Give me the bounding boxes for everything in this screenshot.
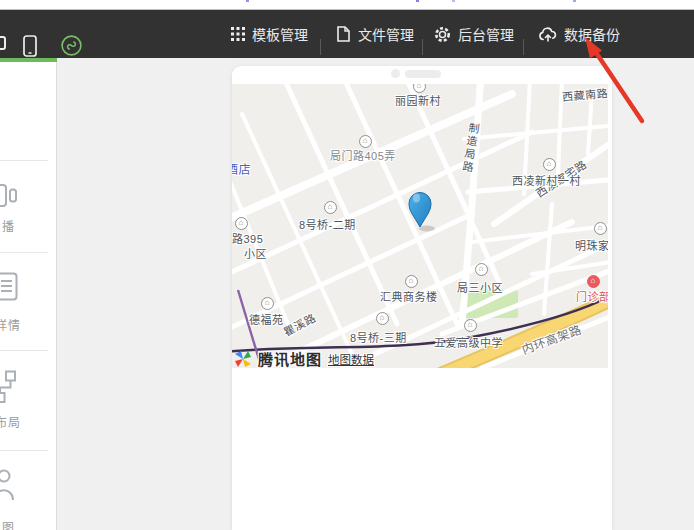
gear-icon (433, 25, 452, 44)
map-label: 丽园新村 (395, 92, 441, 108)
map-label: 门诊部 (576, 288, 608, 304)
map-label: 8号桥-二期 (299, 216, 356, 232)
camera-dot (391, 69, 400, 78)
house-poi-icon: ⌂ (413, 84, 426, 93)
building-poi-icon: ⌂ (405, 275, 418, 288)
grid-icon (231, 27, 246, 42)
toolbar-separator (320, 39, 321, 55)
map-label: 路395 (232, 230, 263, 246)
file-icon (334, 25, 352, 43)
house-poi-icon: ⌂ (324, 201, 337, 214)
layout-icon (0, 370, 18, 408)
menu-label: 数据备份 (564, 24, 620, 44)
menu-data-backup[interactable]: 数据备份 (538, 10, 620, 58)
detail-icon (0, 272, 19, 305)
map-canvas[interactable]: 丽园新村 西藏南路 制造局路 西凌家宅路 西凌新村一村 局门路405弄 酒店 8… (232, 84, 608, 368)
house-poi-icon: ⌂ (594, 222, 607, 235)
toolbar-separator (422, 39, 423, 55)
map-label: 明珠家 (575, 237, 608, 253)
clinic-poi-icon: ⌂ (587, 275, 600, 288)
sidebar-item-label: 详情 (0, 316, 21, 333)
menu-label: 后台管理 (458, 24, 514, 44)
menu-backend-manage[interactable]: 后台管理 (433, 10, 514, 58)
tencent-map-logo-icon (234, 350, 252, 368)
carousel-icon (0, 182, 18, 214)
sidebar-item-label: 播 (2, 217, 15, 234)
map-label: 汇典商务楼 (380, 288, 438, 304)
map-attribution: 腾讯地图 地图数据 (234, 348, 374, 368)
menu-label: 文件管理 (358, 24, 414, 44)
menu-label: 模板管理 (252, 24, 308, 44)
link-circle-icon[interactable] (60, 34, 83, 57)
map-label: 局三小区 (457, 279, 503, 295)
map-label: 8号桥-三期 (350, 329, 407, 345)
map-icon (0, 468, 19, 510)
menu-template-manage[interactable]: 模板管理 (231, 10, 308, 58)
sidebar-divider (0, 160, 48, 161)
phone-icon[interactable] (23, 35, 37, 57)
app-root: 模板管理 文件管理 后台管理 (0, 0, 694, 530)
map-label: 德福苑 (249, 311, 284, 327)
toolbar: 模板管理 文件管理 后台管理 (0, 10, 694, 58)
house-poi-icon: ⌂ (359, 135, 372, 148)
sidebar-divider (0, 252, 48, 253)
monitor-icon-partial[interactable] (0, 36, 8, 56)
sidebar-item-label: 布局 (0, 413, 21, 430)
toolbar-separator (523, 39, 524, 55)
cloud-upload-icon (538, 26, 558, 43)
browser-top-artifacts (0, 0, 694, 10)
house-poi-icon: ⌂ (235, 217, 248, 230)
map-label: 酒店 (232, 160, 251, 177)
sidebar: 播 详情 布局 (0, 62, 57, 530)
school-poi-icon: ⌂ (464, 319, 477, 332)
map-label: 局门路405弄 (330, 147, 396, 163)
map-label: 五爱高级中学 (434, 334, 503, 350)
speaker-pill (405, 70, 441, 78)
house-poi-icon: ⌂ (543, 158, 556, 171)
menu-file-manage[interactable]: 文件管理 (334, 10, 414, 58)
sidebar-divider (0, 450, 48, 451)
map-data-link[interactable]: 地图数据 (328, 351, 374, 367)
phone-preview-panel: 丽园新村 西藏南路 制造局路 西凌家宅路 西凌新村一村 局门路405弄 酒店 8… (232, 66, 612, 530)
sidebar-item-label: 图 (2, 518, 15, 530)
house-poi-icon: ⌂ (376, 312, 389, 325)
sidebar-divider (0, 350, 48, 351)
house-poi-icon: ⌂ (261, 297, 274, 310)
tencent-map-brand[interactable]: 腾讯地图 (258, 348, 322, 368)
map-label: 西凌新村一村 (512, 172, 581, 188)
map-label: 小区 (244, 245, 267, 261)
house-poi-icon: ⌂ (475, 263, 488, 276)
